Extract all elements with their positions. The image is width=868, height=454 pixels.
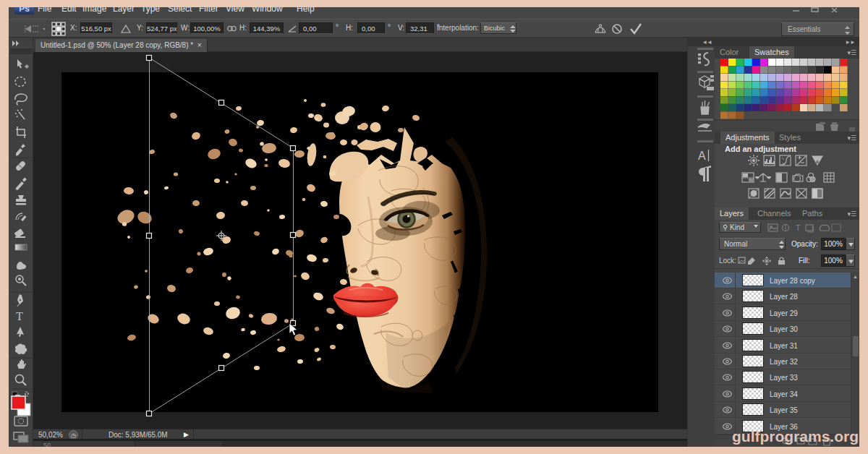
- svg-text:T: T: [796, 223, 801, 232]
- svg-text:A: A: [698, 150, 706, 162]
- svg-text:T: T: [16, 310, 23, 322]
